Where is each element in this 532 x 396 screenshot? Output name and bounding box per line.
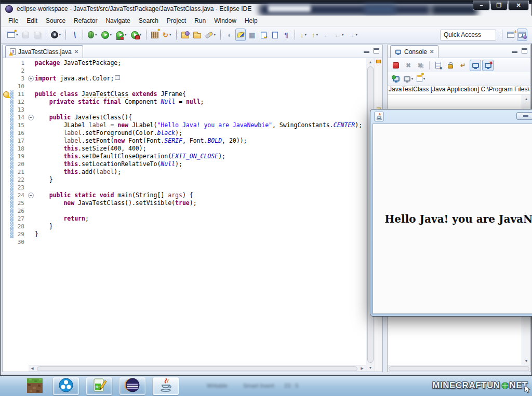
code-line[interactable]: 14− public JavaTestClass(){ <box>3 114 366 121</box>
code-line[interactable]: 19 this.setDefaultCloseOperation(EXIT_ON… <box>3 153 366 160</box>
menu-project[interactable]: Project <box>163 16 190 25</box>
java-app-window[interactable]: Hello Java! you are JavaNewbie <box>370 109 532 317</box>
open-type-button[interactable] <box>180 29 191 41</box>
code-line[interactable]: 21 this.add(label); <box>3 168 366 176</box>
maximize-editor-icon[interactable] <box>374 48 379 53</box>
code-line[interactable]: 22 } <box>3 176 366 184</box>
scroll-left-icon[interactable]: ◀ <box>29 366 36 371</box>
code-line[interactable]: 15 JLabel label = new JLabel("Hello Java… <box>3 121 366 129</box>
menu-source[interactable]: Source <box>42 16 70 25</box>
close-button[interactable]: ✕ <box>508 1 529 10</box>
code-line[interactable]: 27 return; <box>3 215 366 223</box>
code-line[interactable]: 30 <box>3 238 366 246</box>
menu-help[interactable]: Help <box>241 16 262 25</box>
display-selected-console-button[interactable]: ▾ <box>403 73 414 85</box>
forward-button[interactable]: →▾ <box>347 29 360 41</box>
back-history-button[interactable]: ← <box>321 29 331 41</box>
taskbar-java-application-button[interactable] <box>153 377 179 395</box>
remove-all-terminated-button[interactable]: ✖ <box>415 60 427 71</box>
scroll-up-icon[interactable]: ▲ <box>366 58 375 66</box>
word-wrap-button[interactable]: ↵ <box>457 60 469 71</box>
collapse-fold-icon[interactable]: − <box>28 193 34 198</box>
tab-close-icon[interactable]: ✕ <box>430 49 434 54</box>
scrollbar-thumb[interactable] <box>389 366 529 371</box>
code-line[interactable]: 1package JavaTestPackage; <box>3 59 366 67</box>
code-line[interactable]: 10 <box>3 83 366 90</box>
scrollbar-thumb[interactable] <box>37 366 357 371</box>
code-line[interactable]: 24− public static void main(String[] arg… <box>3 192 366 199</box>
search-button[interactable]: ▾ <box>204 29 218 41</box>
remove-launch-button[interactable]: ✖ <box>403 60 414 71</box>
folded-region-icon[interactable] <box>115 75 120 80</box>
new-wizard-button[interactable]: ▾ <box>6 29 20 41</box>
skip-all-breakpoints-button[interactable]: ∖ <box>69 29 79 41</box>
previous-annotation-button[interactable]: ↑▾ <box>310 29 320 41</box>
java-perspective-button[interactable] <box>517 29 527 41</box>
minimize-button[interactable]: – <box>473 1 490 10</box>
show-whitespace-button[interactable]: ¶ <box>281 29 291 41</box>
code-line[interactable]: 20 this.setLocationRelativeTo(Null); <box>3 160 366 168</box>
code-line[interactable]: 12 private static final Component Null =… <box>3 98 366 106</box>
maximize-button[interactable]: ❐ <box>490 1 508 10</box>
save-all-button[interactable] <box>32 29 43 41</box>
run-button[interactable]: ▾ <box>100 29 114 41</box>
coverage-button[interactable]: ▾ <box>114 29 128 41</box>
taskbar-eclipse-button[interactable] <box>119 377 145 395</box>
link-with-editor-button[interactable] <box>258 29 269 41</box>
taskbar-app-blue-dots-button[interactable] <box>53 377 79 395</box>
code-line[interactable]: 2 <box>3 67 366 75</box>
scroll-down-icon[interactable]: ▼ <box>366 364 375 372</box>
show-outline-button[interactable] <box>270 29 280 41</box>
last-edit-location-button[interactable]: ◖ <box>224 29 234 41</box>
editor-horizontal-scrollbar[interactable]: ◀ ▶ <box>29 365 366 372</box>
menu-navigate[interactable]: Navigate <box>101 16 134 25</box>
tab-javatestclass[interactable]: J JavaTestClass.java ✕ <box>5 45 83 58</box>
expand-fold-icon[interactable]: + <box>28 76 34 81</box>
external-tools-button[interactable]: ↻▾ <box>161 29 172 41</box>
warning-summary-marker[interactable] <box>376 60 381 63</box>
code-area[interactable]: 1package JavaTestPackage;23+import java.… <box>3 58 366 372</box>
title-bar[interactable]: eclipse-workspace - JavaTest/src/JavaTes… <box>1 1 531 16</box>
code-line[interactable]: 28 } <box>3 223 366 230</box>
menu-refactor[interactable]: Refactor <box>70 16 101 25</box>
code-line[interactable]: 18 this.setSize(400, 400); <box>3 145 366 153</box>
maximize-console-icon[interactable] <box>522 48 527 53</box>
next-annotation-button[interactable]: ↓▾ <box>298 29 309 41</box>
minimize-editor-icon[interactable] <box>364 48 369 53</box>
menu-run[interactable]: Run <box>190 16 210 25</box>
open-perspective-button[interactable] <box>506 29 516 41</box>
menu-window[interactable]: Window <box>210 16 241 25</box>
taskbar-notepad-plus-plus-button[interactable]: N++ <box>86 377 112 395</box>
tab-close-icon[interactable]: ✕ <box>74 49 78 54</box>
code-line[interactable]: 23 <box>3 184 366 192</box>
open-console-button[interactable]: ▾ <box>415 73 427 85</box>
open-resource-button[interactable] <box>192 29 203 41</box>
collapse-fold-icon[interactable]: − <box>28 115 34 120</box>
code-line[interactable]: 25 new JavaTestClass().setVisible(true); <box>3 199 366 207</box>
back-button[interactable]: ←▾ <box>332 29 345 41</box>
scroll-up-icon[interactable]: ▲ <box>522 95 530 103</box>
pin-console-button[interactable] <box>390 73 402 85</box>
taskbar-minecraft-start-button[interactable] <box>24 377 46 395</box>
code-line[interactable]: 29} <box>3 230 366 238</box>
code-line[interactable]: 17 label.setFont(new Font(Font.SERIF, Fo… <box>3 137 366 145</box>
save-button[interactable] <box>21 29 31 41</box>
code-line[interactable]: 11public class JavaTestClass extends JFr… <box>3 90 366 98</box>
code-line[interactable]: 26 <box>3 207 366 215</box>
code-line[interactable]: 13 <box>3 106 366 114</box>
menu-edit[interactable]: Edit <box>22 16 42 25</box>
scroll-down-icon[interactable]: ▼ <box>522 357 530 365</box>
code-line[interactable]: 3+import java.awt.Color; <box>3 75 366 83</box>
user-account-button[interactable]: ▾ <box>49 29 63 41</box>
clear-console-button[interactable] <box>432 60 444 71</box>
block-selection-button[interactable]: ▦ <box>247 29 257 41</box>
terminate-button[interactable] <box>390 60 402 71</box>
tab-console[interactable]: Console ✕ <box>390 45 438 58</box>
show-on-stdout-button[interactable] <box>470 60 481 71</box>
mark-occurrences-button[interactable] <box>235 29 246 41</box>
minimize-console-icon[interactable] <box>512 48 517 53</box>
console-horizontal-scrollbar[interactable] <box>388 365 530 372</box>
new-java-project-button[interactable] <box>150 29 160 41</box>
java-app-title-bar[interactable] <box>370 110 532 123</box>
menu-file[interactable]: File <box>4 16 22 25</box>
